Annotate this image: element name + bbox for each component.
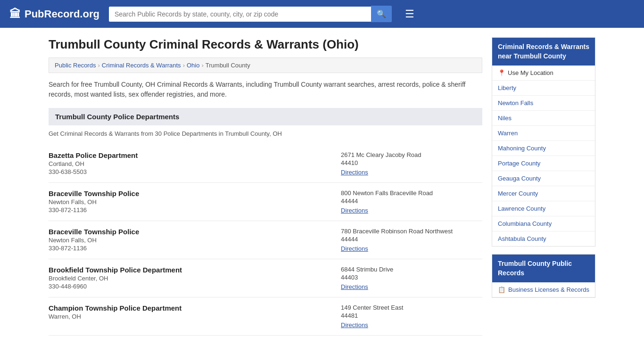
dept-info-left: Braceville Township Police Newton Falls,… — [49, 228, 331, 252]
dept-address: 149 Center Street East — [341, 304, 482, 311]
page-title: Trumbull County Criminal Records & Warra… — [49, 37, 482, 52]
dept-zip: 44403 — [341, 274, 482, 281]
dept-address: 800 Newton Falls Braceville Road — [341, 189, 482, 197]
dept-name: Champion Township Police Department — [49, 304, 331, 312]
dept-zip: 44444 — [341, 197, 482, 205]
dept-phone: 330-872-1136 — [49, 206, 331, 214]
nearby-links: 📍 Use My Location LibertyNewton FallsNil… — [492, 66, 595, 246]
nearby-link[interactable]: Lawrence County — [492, 201, 595, 216]
public-records-header: Trumbull County Public Records — [492, 255, 595, 282]
main-content: Trumbull County Criminal Records & Warra… — [49, 37, 482, 336]
dept-zip: 44444 — [341, 236, 482, 243]
search-area: 🔍 — [109, 6, 392, 22]
search-button[interactable]: 🔍 — [371, 6, 392, 22]
logo-text: PubRecord.org — [25, 8, 99, 20]
dept-info-right: 780 Braceville Robinson Road Northwest 4… — [341, 228, 482, 252]
dept-name: Braceville Township Police — [49, 228, 331, 236]
use-location-link[interactable]: 📍 Use My Location — [492, 66, 595, 80]
list-item[interactable]: Ashtabula County — [492, 231, 595, 246]
list-item[interactable]: Mercer County — [492, 186, 595, 201]
directions-link[interactable]: Directions — [341, 169, 368, 176]
dept-info-left: Brookfield Township Police Department Br… — [49, 266, 331, 290]
nearby-header: Criminal Records & Warrants near Trumbul… — [492, 38, 595, 66]
list-item[interactable]: Columbiana County — [492, 216, 595, 231]
dept-name: Braceville Township Police — [49, 189, 331, 197]
list-item[interactable]: Liberty — [492, 81, 595, 96]
section-subtext: Get Criminal Records & Warrants from 30 … — [49, 130, 482, 137]
nearby-link[interactable]: Portage County — [492, 156, 595, 171]
nearby-link[interactable]: Ashtabula County — [492, 231, 595, 246]
search-icon: 🔍 — [377, 10, 386, 18]
nearby-link[interactable]: Liberty — [492, 81, 595, 95]
list-item[interactable]: Portage County — [492, 156, 595, 171]
dept-info-right: 2671 Mc Cleary Jacoby Road 44410 Directi… — [341, 151, 482, 176]
dept-info-left: Champion Township Police Department Warr… — [49, 304, 331, 329]
dept-city: Newton Falls, OH — [49, 237, 331, 244]
sidebar: Criminal Records & Warrants near Trumbul… — [492, 37, 595, 336]
list-item[interactable]: Newton Falls — [492, 96, 595, 111]
table-row: Bazetta Police Department Cortland, OH 3… — [49, 145, 482, 183]
directions-link[interactable]: Directions — [341, 321, 368, 329]
dept-info-left: Bazetta Police Department Cortland, OH 3… — [49, 151, 331, 176]
logo[interactable]: 🏛 PubRecord.org — [9, 8, 99, 21]
dept-phone: 330-448-6960 — [49, 283, 331, 290]
nearby-link[interactable]: Niles — [492, 111, 595, 125]
list-item[interactable]: Mahoning County — [492, 141, 595, 156]
breadcrumb-public-records[interactable]: Public Records — [55, 62, 96, 69]
table-row: Braceville Township Police Newton Falls,… — [49, 221, 482, 259]
directions-link[interactable]: Directions — [341, 283, 368, 290]
dept-city: Warren, OH — [49, 313, 331, 320]
menu-button[interactable]: ☰ — [405, 8, 414, 20]
page-description: Search for free Trumbull County, OH Crim… — [49, 80, 482, 99]
breadcrumb-current: Trumbull County — [206, 62, 250, 69]
breadcrumb: Public Records › Criminal Records & Warr… — [49, 58, 482, 73]
dept-city: Newton Falls, OH — [49, 198, 331, 206]
list-item[interactable]: Niles — [492, 111, 595, 126]
page-container: Trumbull County Criminal Records & Warra… — [39, 28, 605, 345]
nearby-link[interactable]: Columbiana County — [492, 216, 595, 231]
breadcrumb-criminal-records[interactable]: Criminal Records & Warrants — [102, 62, 181, 69]
breadcrumb-sep-1: › — [98, 62, 99, 69]
use-location-label: Use My Location — [508, 69, 553, 76]
dept-zip: 44481 — [341, 312, 482, 319]
location-pin-icon: 📍 — [498, 69, 505, 76]
section-header: Trumbull County Police Departments — [49, 108, 482, 125]
public-records-link[interactable]: 📋Business Licenses & Records — [492, 282, 595, 297]
table-row: Braceville Township Police Newton Falls,… — [49, 183, 482, 221]
nearby-box: Criminal Records & Warrants near Trumbul… — [492, 37, 595, 247]
nearby-link[interactable]: Newton Falls — [492, 96, 595, 110]
nearby-link[interactable]: Mahoning County — [492, 141, 595, 156]
dept-phone: 330-638-5503 — [49, 168, 331, 175]
dept-phone: 330-872-1136 — [49, 245, 331, 252]
site-header: 🏛 PubRecord.org 🔍 ☰ — [0, 0, 644, 28]
nearby-link[interactable]: Warren — [492, 126, 595, 140]
search-input[interactable] — [109, 7, 371, 22]
dept-info-right: 800 Newton Falls Braceville Road 44444 D… — [341, 189, 482, 214]
breadcrumb-sep-2: › — [183, 62, 185, 69]
dept-info-left: Braceville Township Police Newton Falls,… — [49, 189, 331, 214]
directions-link[interactable]: Directions — [341, 207, 368, 214]
breadcrumb-ohio[interactable]: Ohio — [187, 62, 199, 69]
dept-name: Brookfield Township Police Department — [49, 266, 331, 274]
list-item[interactable]: 📋Business Licenses & Records — [492, 282, 595, 297]
menu-icon: ☰ — [405, 8, 414, 20]
list-item[interactable]: Lawrence County — [492, 201, 595, 216]
list-item[interactable]: Warren — [492, 126, 595, 141]
dept-info-right: 149 Center Street East 44481 Directions — [341, 304, 482, 329]
use-location-item[interactable]: 📍 Use My Location — [492, 66, 595, 81]
public-records-box: Trumbull County Public Records 📋Business… — [492, 254, 595, 298]
nearby-link[interactable]: Mercer County — [492, 186, 595, 201]
department-list: Bazetta Police Department Cortland, OH 3… — [49, 145, 482, 336]
dept-address: 2671 Mc Cleary Jacoby Road — [341, 151, 482, 158]
dept-city: Cortland, OH — [49, 160, 331, 167]
list-item[interactable]: Geauga County — [492, 171, 595, 186]
table-row: Brookfield Township Police Department Br… — [49, 259, 482, 297]
nearby-link[interactable]: Geauga County — [492, 171, 595, 186]
dept-name: Bazetta Police Department — [49, 151, 331, 159]
directions-link[interactable]: Directions — [341, 245, 368, 252]
table-row: Champion Township Police Department Warr… — [49, 297, 482, 336]
dept-zip: 44410 — [341, 159, 482, 166]
public-records-links: 📋Business Licenses & Records — [492, 282, 595, 297]
logo-icon: 🏛 — [9, 8, 21, 21]
dept-address: 6844 Strimbu Drive — [341, 266, 482, 273]
